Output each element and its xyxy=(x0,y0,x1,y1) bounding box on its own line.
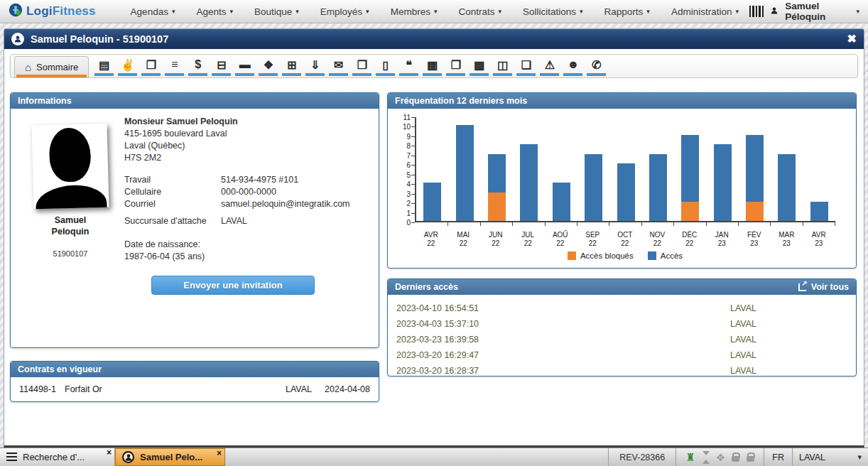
contracts-panel-title: Contrats en vigueur xyxy=(18,364,102,374)
menu-label: Rapports xyxy=(604,6,644,17)
tab-underline xyxy=(446,73,465,76)
x-axis-label-oct-22: OCT22 xyxy=(609,231,641,248)
close-icon[interactable]: × xyxy=(217,448,222,458)
toolbar-tab-cash[interactable]: ⊟ xyxy=(210,55,233,77)
member-photo xyxy=(31,124,109,210)
view-all-link[interactable]: Voir tous xyxy=(798,282,849,292)
toolbar-tab-envelope[interactable]: ✉ xyxy=(327,55,350,77)
toolbar-tab-chat[interactable]: ❝ xyxy=(397,55,421,77)
toolbar-tab-packages[interactable]: ❒ xyxy=(444,55,467,77)
x-axis-label-avr-22: AVR22 xyxy=(415,231,447,248)
toolbar-tab-member-card[interactable]: ▤ xyxy=(92,55,116,77)
current-user-menu[interactable]: Samuel Péloquin xyxy=(785,1,850,22)
menu-rapports[interactable]: Rapports▾ xyxy=(594,0,661,23)
menu-administration[interactable]: Administration▾ xyxy=(661,0,749,23)
toolbar-tab-calculator[interactable]: ▩ xyxy=(467,55,491,77)
taskbar-tab-recherche-d[interactable]: Recherche d'...× xyxy=(0,448,115,466)
toolbar-tab-news[interactable]: ◫ xyxy=(491,55,514,77)
toolbar-tab-note[interactable]: ❏ xyxy=(514,55,538,77)
toolbar-tab-calendar[interactable]: ▦ xyxy=(421,55,444,77)
x-axis-tick xyxy=(577,222,577,226)
chart-column-jun-22 xyxy=(481,117,513,221)
toolbar-tab-dollar[interactable]: $ xyxy=(186,55,210,77)
x-axis-tick xyxy=(641,222,642,226)
toolbar-tab-inventory[interactable]: ❒ xyxy=(139,55,163,77)
x-axis-label-aou-22: AOÛ22 xyxy=(544,231,577,248)
tab-underline xyxy=(94,73,114,76)
member-avatar-icon xyxy=(11,33,24,45)
field-courriel: Courriel samuel.peloquin@integratik.com xyxy=(124,198,374,210)
toolbar-tab-group[interactable]: ☻ xyxy=(561,55,585,77)
toolbar-tab-alert[interactable]: ⚠ xyxy=(538,55,561,77)
access-branch: LAVAL xyxy=(730,364,756,378)
tab-sommaire[interactable]: ⌂ Sommaire xyxy=(14,56,89,77)
tab-underline xyxy=(141,73,161,76)
access-log-row[interactable]: 2023-03-20 16:29:47LAVAL xyxy=(388,347,856,363)
stacked-bar-jan-23 xyxy=(714,144,732,221)
tab-underline xyxy=(587,73,606,76)
legend-item-acces-bloques: Accès bloqués xyxy=(568,251,634,260)
access-log-row[interactable]: 2023-03-20 16:28:37LAVAL xyxy=(388,363,856,379)
x-axis-tick xyxy=(447,222,448,226)
menu-label: Agents xyxy=(196,6,226,17)
x-axis-label-avr-23: AVR23 xyxy=(803,231,835,248)
close-icon[interactable]: ✖ xyxy=(847,33,857,45)
access-log-row[interactable]: 2023-04-03 15:37:10LAVAL xyxy=(388,316,856,332)
taskbar-tab-samuel-pelo[interactable]: Samuel Pelo...× xyxy=(115,448,225,466)
chart-column-nov-22 xyxy=(642,117,674,221)
x-axis-labels: AVR22MAI22JUN22JUL22AOÛ22SEP22OCT22NOV22… xyxy=(415,231,835,248)
menu-contrats[interactable]: Contrats▾ xyxy=(447,0,512,23)
stacked-bar-aou-22 xyxy=(553,183,570,221)
toolbar-tab-cart[interactable]: ⊞ xyxy=(280,55,303,77)
barcode-icon[interactable] xyxy=(749,6,764,17)
toolbar-tab-credit-card[interactable]: ▬ xyxy=(233,55,256,77)
calendar-icon: ▦ xyxy=(427,58,438,72)
toolbar-tab-contact-card[interactable]: ▯ xyxy=(374,55,397,77)
toolbar-tab-list[interactable]: ≡ xyxy=(163,55,186,77)
menu-employes[interactable]: Employés▾ xyxy=(310,0,380,23)
access-log-row[interactable]: 2023-04-10 16:54:51LAVAL xyxy=(388,300,856,316)
stacked-bar-oct-22 xyxy=(617,163,635,221)
send-invitation-button[interactable]: Envoyer une invitation xyxy=(151,276,315,295)
toolbar-tab-phone[interactable]: ✆ xyxy=(585,55,608,77)
bar-segment-acces xyxy=(488,154,506,193)
tab-underline xyxy=(305,73,325,76)
active-tab-underline xyxy=(16,75,87,77)
hourglass-icon[interactable] xyxy=(702,451,710,464)
menu-membres[interactable]: Membres▾ xyxy=(380,0,448,23)
attendance-chart: 01234567891011AVR22MAI22JUN22JUL22AOÛ22S… xyxy=(388,109,856,268)
menu-boutique[interactable]: Boutique▾ xyxy=(244,0,310,23)
download-icon: ⇓ xyxy=(310,58,320,72)
toolbar-tab-download[interactable]: ⇓ xyxy=(303,55,327,77)
contract-row[interactable]: 114498-1 Forfait Or LAVAL 2024-04-08 xyxy=(11,377,379,401)
menu-agendas[interactable]: Agendas▾ xyxy=(120,0,186,23)
caret-down-icon: ▾ xyxy=(229,8,233,15)
toolbar-tab-documents[interactable]: ❐ xyxy=(350,55,374,77)
x-axis-label-mai-22: MAI22 xyxy=(447,231,480,248)
lock2-icon[interactable] xyxy=(747,456,754,462)
tab-underline xyxy=(259,73,278,76)
rook-icon[interactable]: ♜ xyxy=(685,452,695,462)
access-log-row[interactable]: 2023-03-23 16:39:58LAVAL xyxy=(388,332,856,347)
expand-icon[interactable]: ✥ xyxy=(717,453,725,462)
toolbar-tab-handshake[interactable]: ✌ xyxy=(116,55,139,77)
address-line1: 415-1695 boulevard Laval xyxy=(124,128,374,140)
tab-underline xyxy=(516,73,536,76)
field-cellulaire: Cellulaire 000-000-0000 xyxy=(124,186,374,198)
x-axis-tick xyxy=(770,222,771,226)
branch-selector[interactable]: LAVAL ▾ xyxy=(793,448,868,466)
menu-agents[interactable]: Agents▾ xyxy=(185,0,244,23)
tab-underline xyxy=(352,73,371,76)
language-toggle[interactable]: FR xyxy=(764,448,792,466)
toolbar-tab-gift[interactable]: ❖ xyxy=(256,55,280,77)
brand-logo[interactable]: LogiFitness xyxy=(9,3,96,20)
close-icon[interactable]: × xyxy=(107,448,112,457)
y-axis-tick-label: 1 xyxy=(392,210,411,217)
birth-date-block: Date de naissance: 1987-06-04 (35 ans) xyxy=(124,239,374,263)
chart-column-mai-22 xyxy=(448,117,480,221)
attendance-panel-title: Fréquentation 12 derniers mois xyxy=(395,96,527,106)
member-toolbar: ⌂ Sommaire ▤✌❒≡$⊟▬❖⊞⇓✉❐▯❝▦❒▩◫❏⚠☻✆ xyxy=(10,54,858,78)
user-icon xyxy=(770,5,779,18)
lock-icon[interactable] xyxy=(732,456,739,462)
menu-sollicitations[interactable]: Sollicitations▾ xyxy=(512,0,594,23)
